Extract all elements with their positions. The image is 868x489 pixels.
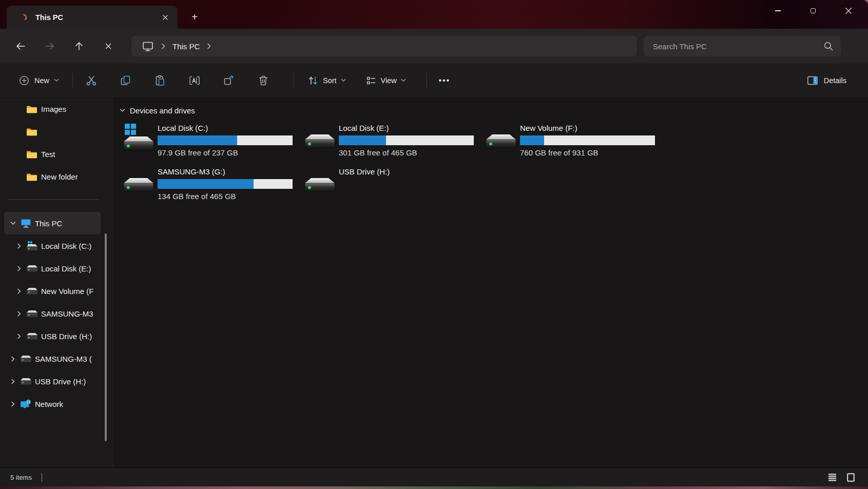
- share-button[interactable]: [218, 71, 240, 90]
- chevron-right-icon[interactable]: [8, 401, 17, 407]
- delete-button[interactable]: [252, 71, 275, 90]
- new-tab-button[interactable]: +: [186, 9, 203, 25]
- drive-tile-usb-drive-h[interactable]: USB Drive (H:): [301, 167, 482, 204]
- capacity-meter: [158, 135, 293, 145]
- details-view-icon: [828, 473, 837, 481]
- drive-capacity: 97.9 GB free of 237 GB: [158, 148, 294, 157]
- drive-icon: [26, 310, 38, 318]
- file-list-area: Devices and drives: [113, 97, 868, 467]
- breadcrumb-chevron-icon[interactable]: [207, 43, 211, 49]
- capacity-meter: [339, 135, 474, 145]
- sidebar-item-unnamed-folder[interactable]: [4, 120, 101, 143]
- chevron-right-icon[interactable]: [8, 379, 17, 384]
- sidebar-item-local-disk-c[interactable]: Local Disk (C:): [4, 234, 101, 257]
- sort-button[interactable]: Sort: [301, 71, 352, 90]
- rename-button[interactable]: [183, 71, 206, 90]
- up-button[interactable]: [70, 37, 88, 55]
- capacity-meter: [520, 135, 655, 145]
- chevron-right-icon[interactable]: [8, 356, 17, 362]
- sort-button-label: Sort: [323, 76, 337, 85]
- view-button[interactable]: View: [359, 71, 412, 90]
- group-header-devices-and-drives[interactable]: Devices and drives: [120, 104, 868, 117]
- search-icon[interactable]: [823, 41, 834, 51]
- sidebar-item-network[interactable]: Network: [4, 393, 101, 415]
- chevron-down-icon[interactable]: [8, 221, 17, 225]
- cut-icon: [85, 74, 98, 87]
- sidebar-item-samsung-m3-child[interactable]: SAMSUNG-M3: [4, 302, 101, 325]
- close-button[interactable]: [837, 0, 860, 22]
- stop-icon: [105, 43, 112, 50]
- drive-icon: [301, 167, 339, 204]
- chevron-right-icon[interactable]: [14, 243, 24, 249]
- see-more-button[interactable]: •••: [434, 71, 455, 90]
- minimize-button[interactable]: [766, 0, 789, 22]
- desktop-wallpaper-strip: [0, 486, 868, 489]
- drive-tile-local-disk-c[interactable]: Local Disk (C:) 97.9 GB free of 237 GB: [120, 123, 301, 161]
- copy-button[interactable]: [114, 71, 137, 90]
- sidebar-item-local-disk-e[interactable]: Local Disk (E:): [4, 257, 101, 280]
- drive-tile-new-volume-f[interactable]: New Volume (F:) 760 GB free of 931 GB: [482, 123, 663, 161]
- forward-icon: [45, 42, 55, 51]
- explorer-window: This PC +: [0, 0, 868, 486]
- sidebar-item-new-folder[interactable]: New folder: [4, 165, 101, 188]
- drive-icon: [26, 287, 38, 295]
- tab-this-pc[interactable]: This PC: [7, 6, 178, 29]
- capacity-meter-fill: [520, 135, 544, 145]
- items-count: 5 items: [10, 474, 32, 481]
- chevron-down-icon: [401, 79, 406, 82]
- chevron-right-icon[interactable]: [14, 311, 24, 317]
- back-button[interactable]: [12, 37, 29, 55]
- capacity-meter: [158, 179, 293, 189]
- search-box[interactable]: [644, 36, 841, 56]
- sidebar-scrollbar[interactable]: [105, 233, 107, 441]
- tab-title: This PC: [35, 13, 158, 22]
- tab-bar: This PC +: [0, 0, 868, 29]
- breadcrumb-chevron-icon: [161, 43, 165, 49]
- tab-loading-icon: [21, 13, 28, 21]
- window-controls: [766, 0, 860, 22]
- chevron-right-icon[interactable]: [14, 288, 24, 294]
- paste-button[interactable]: [149, 71, 171, 90]
- windows-drive-icon: [26, 241, 38, 251]
- toolbar-separator: [72, 73, 73, 88]
- breadcrumb[interactable]: This PC: [131, 36, 637, 56]
- maximize-icon: [811, 8, 816, 14]
- new-button[interactable]: New: [12, 71, 65, 90]
- sort-icon: [307, 75, 319, 86]
- sidebar-item-usb-drive-h-child[interactable]: USB Drive (H:): [4, 325, 101, 347]
- breadcrumb-segment-this-pc[interactable]: This PC: [168, 40, 204, 53]
- navigation-bar: This PC: [0, 29, 868, 64]
- sidebar-item-test[interactable]: Test: [4, 143, 101, 165]
- chevron-right-icon[interactable]: [14, 266, 24, 271]
- forward-button[interactable]: [41, 37, 59, 55]
- drive-icon: [482, 123, 520, 161]
- sidebar-item-samsung-m3-root[interactable]: SAMSUNG-M3 (: [4, 347, 101, 370]
- drive-tile-local-disk-e[interactable]: Local Disk (E:) 301 GB free of 465 GB: [301, 123, 482, 161]
- maximize-button[interactable]: [801, 0, 825, 22]
- sidebar-item-this-pc[interactable]: This PC: [4, 212, 101, 234]
- folder-icon: [26, 172, 38, 181]
- cut-button[interactable]: [80, 71, 103, 90]
- details-pane-button[interactable]: Details: [800, 71, 853, 90]
- large-thumbnails-view-toggle[interactable]: [844, 471, 857, 483]
- drive-capacity: 134 GB free of 465 GB: [158, 192, 294, 201]
- sidebar-item-images[interactable]: Images: [4, 97, 101, 120]
- drive-icon: [120, 167, 158, 204]
- toolbar-separator: [294, 73, 294, 88]
- sidebar-item-usb-drive-h-root[interactable]: USB Drive (H:): [4, 370, 101, 393]
- stop-refresh-button[interactable]: [100, 37, 117, 55]
- drive-tile-samsung-m3-g[interactable]: SAMSUNG-M3 (G:) 134 GB free of 465 GB: [120, 167, 301, 204]
- search-input[interactable]: [653, 42, 823, 51]
- trash-icon: [257, 74, 269, 87]
- drive-name: Local Disk (C:): [158, 123, 294, 133]
- copy-icon: [120, 74, 132, 87]
- tab-close-button[interactable]: [158, 10, 172, 25]
- drive-name: New Volume (F:): [520, 123, 656, 133]
- folder-icon: [26, 150, 38, 159]
- details-view-toggle[interactable]: [826, 471, 838, 483]
- chevron-right-icon[interactable]: [14, 334, 24, 339]
- drive-name: SAMSUNG-M3 (G:): [158, 167, 294, 177]
- breadcrumb-root[interactable]: [138, 39, 158, 54]
- sidebar-item-new-volume-f[interactable]: New Volume (F: [4, 280, 101, 302]
- status-bar: 5 items: [0, 467, 868, 486]
